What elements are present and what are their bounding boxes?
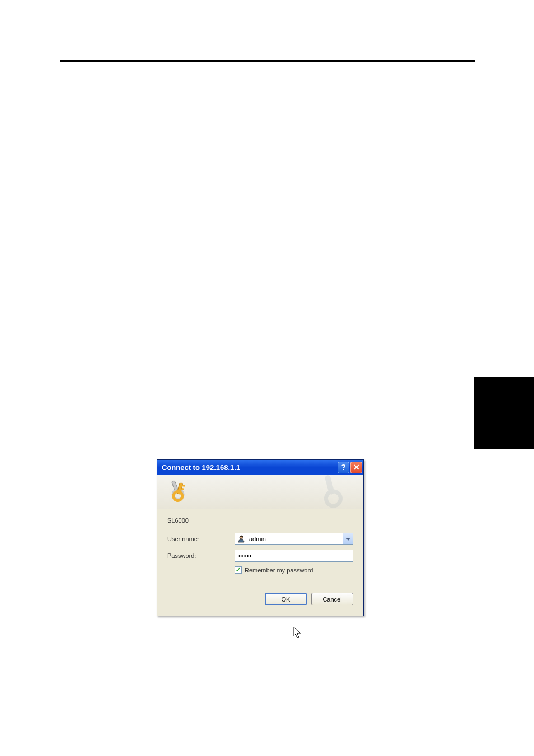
- remember-row: ✓ Remember my password: [235, 566, 353, 574]
- auth-dialog: Connect to 192.168.1.1 ? ✕: [157, 459, 364, 616]
- password-input[interactable]: [235, 550, 353, 562]
- remember-label: Remember my password: [245, 567, 313, 574]
- remember-checkbox[interactable]: ✓: [235, 566, 242, 574]
- username-combo[interactable]: admin: [235, 533, 353, 545]
- close-icon: ✕: [353, 463, 360, 472]
- ok-button[interactable]: OK: [265, 593, 307, 605]
- password-row: Password:: [167, 550, 353, 562]
- username-value: admin: [247, 536, 343, 542]
- side-tab-black: [474, 377, 534, 449]
- help-button[interactable]: ?: [338, 462, 349, 473]
- page-divider-top: [60, 60, 475, 62]
- form-area: SL6000 User name: admin: [157, 509, 363, 616]
- cancel-button-label: Cancel: [322, 596, 341, 603]
- realm-label: SL6000: [167, 517, 353, 524]
- titlebar[interactable]: Connect to 192.168.1.1 ? ✕: [157, 460, 363, 475]
- svg-point-7: [325, 490, 343, 508]
- cancel-button[interactable]: Cancel: [311, 593, 353, 605]
- username-row: User name: admin: [167, 533, 353, 545]
- dialog-banner: [157, 475, 363, 509]
- close-button[interactable]: ✕: [350, 462, 362, 473]
- user-icon: [236, 533, 247, 544]
- ok-button-label: OK: [282, 596, 291, 603]
- svg-rect-4: [182, 485, 185, 487]
- checkmark-icon: ✓: [236, 567, 241, 573]
- combo-dropdown-button[interactable]: [343, 533, 353, 544]
- username-label: User name:: [167, 536, 235, 542]
- page-divider-bottom: [60, 682, 475, 682]
- help-icon: ?: [341, 463, 346, 472]
- keys-icon: [164, 478, 191, 507]
- titlebar-text: Connect to 192.168.1.1: [162, 463, 338, 472]
- titlebar-buttons: ? ✕: [338, 462, 362, 473]
- button-row: OK Cancel: [167, 593, 353, 605]
- cursor-icon: [293, 627, 303, 642]
- password-label: Password:: [167, 552, 235, 559]
- chevron-down-icon: [346, 538, 350, 541]
- keys-bg-icon: [307, 475, 358, 509]
- svg-point-3: [172, 491, 184, 502]
